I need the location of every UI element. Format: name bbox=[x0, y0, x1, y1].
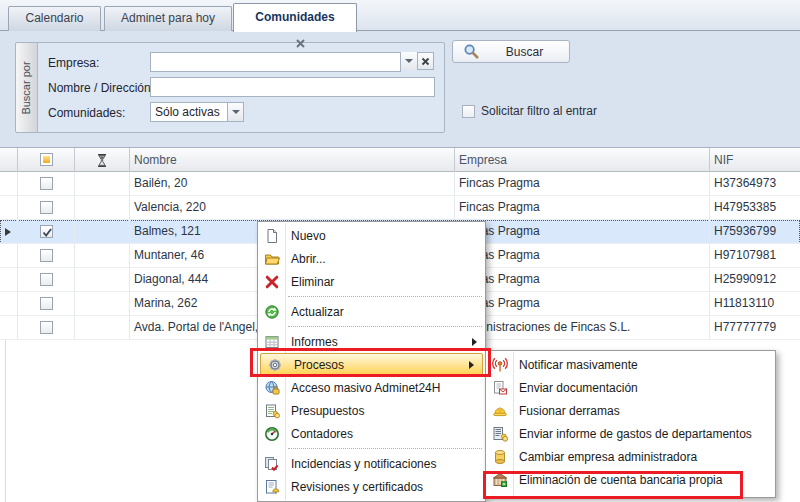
row-status-cell bbox=[75, 196, 130, 220]
cell-empresa[interactable]: Fincas Pragma bbox=[455, 268, 710, 292]
cell-nombre[interactable]: Valencia, 220 bbox=[130, 196, 455, 220]
tab-calendario[interactable]: Calendario bbox=[8, 6, 101, 31]
cell-empresa[interactable]: Fincas Pragma bbox=[455, 292, 710, 316]
menu-item-informes[interactable]: Informes bbox=[258, 330, 485, 353]
broadcast-icon bbox=[486, 357, 513, 373]
menu-item-revisiones[interactable]: Revisiones y certificados bbox=[258, 475, 485, 498]
new-document-icon bbox=[258, 228, 285, 244]
bank-icon bbox=[486, 472, 513, 488]
menu-item-label: Incidencias y notificaciones bbox=[285, 457, 485, 471]
row-checkbox-cell[interactable] bbox=[18, 244, 75, 268]
row-checkbox[interactable] bbox=[40, 249, 53, 262]
select-all-checkbox[interactable] bbox=[40, 153, 53, 166]
cell-nif[interactable]: H77777779 bbox=[710, 316, 800, 340]
row-checkbox[interactable] bbox=[40, 177, 53, 190]
cell-nif[interactable]: H37364973 bbox=[710, 172, 800, 196]
row-checkbox-cell[interactable] bbox=[18, 292, 75, 316]
row-status-cell bbox=[75, 316, 130, 340]
nombre-direccion-field[interactable] bbox=[151, 78, 434, 96]
tab-adminet-para-hoy[interactable]: Adminet para hoy bbox=[104, 6, 232, 31]
submenu-item-enviar-informe-gastos[interactable]: Enviar informe de gastos de departamento… bbox=[486, 422, 775, 445]
header-nombre[interactable]: Nombre bbox=[130, 148, 455, 172]
cell-empresa[interactable]: Fincas Pragma bbox=[455, 196, 710, 220]
header-select-all[interactable] bbox=[18, 148, 75, 172]
close-tab-icon[interactable] bbox=[296, 31, 305, 57]
menu-item-procesos[interactable]: Procesos bbox=[260, 353, 483, 376]
submenu-item-label: Fusionar derramas bbox=[513, 404, 775, 418]
comunidades-dropdown-button[interactable] bbox=[227, 102, 244, 122]
menu-item-acceso-masivo[interactable]: Acceso masivo Adminet24H bbox=[258, 376, 485, 399]
header-status-column[interactable] bbox=[75, 148, 130, 172]
solicitar-filtro-checkbox[interactable] bbox=[462, 105, 475, 118]
row-status-cell bbox=[75, 220, 130, 244]
header-empresa[interactable]: Empresa bbox=[455, 148, 710, 172]
app-window: Calendario Adminet para hoy Comunidades … bbox=[0, 0, 800, 502]
submenu-arrow-icon bbox=[469, 361, 474, 369]
submenu-item-eliminacion-cuenta[interactable]: Eliminación de cuenta bancaria propia bbox=[486, 468, 775, 491]
empresa-field[interactable] bbox=[151, 53, 400, 71]
refresh-icon bbox=[258, 304, 285, 320]
chevron-down-icon bbox=[232, 110, 240, 114]
nombre-direccion-label: Nombre / Dirección: bbox=[48, 81, 154, 95]
row-checkbox-cell[interactable] bbox=[18, 220, 75, 244]
submenu-item-cambiar-empresa[interactable]: Cambiar empresa administradora bbox=[486, 445, 775, 468]
nombre-direccion-input[interactable] bbox=[150, 77, 435, 97]
menu-item-incidencias[interactable]: Incidencias y notificaciones bbox=[258, 452, 485, 475]
cell-nif[interactable]: H97107981 bbox=[710, 244, 800, 268]
row-checkbox[interactable] bbox=[40, 273, 53, 286]
empresa-input[interactable] bbox=[150, 52, 401, 72]
table-row[interactable]: Bailén, 20 Fincas Pragma H37364973 bbox=[0, 172, 800, 196]
empresa-clear-button[interactable] bbox=[417, 52, 434, 70]
row-checkbox-cell[interactable] bbox=[18, 172, 75, 196]
budget-icon bbox=[258, 403, 285, 419]
row-checkbox-checked[interactable] bbox=[40, 225, 53, 238]
database-icon bbox=[486, 449, 513, 465]
menu-separator bbox=[258, 498, 485, 502]
row-status-cell bbox=[75, 268, 130, 292]
submenu-item-notificar[interactable]: Notificar masivamente bbox=[486, 353, 775, 376]
cell-empresa[interactable]: Fincas Pragma bbox=[455, 244, 710, 268]
empresa-dropdown-button[interactable] bbox=[400, 52, 417, 70]
row-status-cell bbox=[75, 292, 130, 316]
certificate-bell-icon bbox=[258, 479, 285, 495]
cell-nif[interactable]: H47953385 bbox=[710, 196, 800, 220]
row-checkbox[interactable] bbox=[40, 297, 53, 310]
report-icon bbox=[258, 334, 285, 350]
cell-nif[interactable]: H11813110 bbox=[710, 292, 800, 316]
row-checkbox-cell[interactable] bbox=[18, 268, 75, 292]
row-indicator-cell bbox=[0, 220, 18, 244]
row-checkbox[interactable] bbox=[40, 201, 53, 214]
menu-item-presupuestos[interactable]: Presupuestos bbox=[258, 399, 485, 422]
submenu-item-fusionar-derramas[interactable]: Fusionar derramas bbox=[486, 399, 775, 422]
menu-item-nuevo[interactable]: Nuevo bbox=[258, 224, 485, 247]
row-indicator-cell bbox=[0, 268, 18, 292]
buscar-button[interactable]: Buscar bbox=[452, 40, 570, 63]
menu-item-abrir[interactable]: Abrir... bbox=[258, 247, 485, 270]
menu-item-label: Actualizar bbox=[285, 305, 485, 319]
cell-nombre[interactable]: Bailén, 20 bbox=[130, 172, 455, 196]
filter-group-label: Buscar por bbox=[20, 61, 32, 114]
menu-item-actualizar[interactable]: Actualizar bbox=[258, 300, 485, 323]
header-nif[interactable]: NIF bbox=[710, 148, 800, 172]
gauge-icon bbox=[258, 426, 285, 442]
department-report-icon bbox=[486, 426, 513, 442]
cell-empresa[interactable]: Administraciones de Fincas S.L. bbox=[455, 316, 710, 340]
table-row[interactable]: Valencia, 220 Fincas Pragma H47953385 bbox=[0, 196, 800, 220]
row-checkbox-cell[interactable] bbox=[18, 196, 75, 220]
chevron-down-icon bbox=[405, 59, 413, 63]
cell-nif[interactable]: H25990912 bbox=[710, 268, 800, 292]
cell-nif[interactable]: H75936799 bbox=[710, 220, 800, 244]
menu-item-label: Contadores bbox=[285, 427, 485, 441]
submenu-item-enviar-documentacion[interactable]: Enviar documentación bbox=[486, 376, 775, 399]
procesos-submenu: Notificar masivamente Enviar documentaci… bbox=[485, 350, 776, 498]
menu-separator bbox=[258, 293, 485, 300]
menu-item-eliminar[interactable]: Eliminar bbox=[258, 270, 485, 293]
send-document-icon bbox=[486, 380, 513, 396]
comunidades-select[interactable]: Sólo activas bbox=[150, 102, 228, 122]
row-checkbox-cell[interactable] bbox=[18, 316, 75, 340]
tab-comunidades[interactable]: Comunidades bbox=[233, 3, 357, 32]
cell-empresa[interactable]: Fincas Pragma bbox=[455, 220, 710, 244]
menu-item-contadores[interactable]: Contadores bbox=[258, 422, 485, 445]
cell-empresa[interactable]: Fincas Pragma bbox=[455, 172, 710, 196]
row-checkbox[interactable] bbox=[40, 321, 53, 334]
